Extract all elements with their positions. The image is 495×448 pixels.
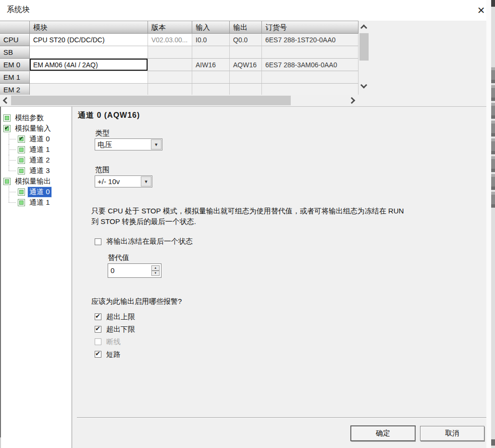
input-cell: AIW16 <box>192 59 230 71</box>
tree-connector <box>9 197 9 202</box>
divider-highlight <box>77 418 486 418</box>
substitute-value-spinner[interactable]: 0 ▲ ▼ <box>108 263 161 278</box>
tree-item-6[interactable]: ✔ 模拟量输出 <box>1 176 71 187</box>
tree-item-7[interactable]: ✔ 通道 0 <box>1 187 71 197</box>
channel-status-icon: ✔ <box>18 136 25 143</box>
order-cell <box>262 84 359 95</box>
module-cell[interactable]: EM AM06 (4AI / 2AQ) <box>30 59 148 71</box>
alarm-checkbox[interactable]: ✔ <box>95 313 101 320</box>
info-text: 只要 CPU 处于 STOP 模式，模拟量输出就可组态为使用替代值，或者可将输出… <box>91 206 457 227</box>
range-label: 范围 <box>95 165 110 174</box>
table-row-cpu: CPU CPU ST20 (DC/DC/DC) V02.03.00... I0.… <box>0 34 359 46</box>
alarm-label: 断线 <box>106 337 121 347</box>
module-cell[interactable] <box>30 84 148 95</box>
tree-item-label[interactable]: 模拟量输入 <box>13 124 52 134</box>
module-cell[interactable] <box>30 46 148 59</box>
tree-item-label[interactable]: 通道 2 <box>28 155 51 165</box>
cancel-button[interactable]: 取消 <box>420 426 484 441</box>
alarm-checkbox[interactable]: ✔ <box>95 326 101 333</box>
channel-status-icon: ✔ <box>3 114 11 122</box>
tree-item-label[interactable]: 模组参数 <box>13 113 45 123</box>
spin-down-icon[interactable]: ▼ <box>151 271 160 276</box>
background-scrollbar-strip <box>491 0 495 448</box>
table-row-sb: SB <box>0 46 359 59</box>
order-cell: 6ES7 288-1ST20-0AA0 <box>262 34 359 46</box>
ok-button[interactable]: 确定 <box>351 426 415 441</box>
alarm-list: ✔ 超出上限 ✔ 超出下限 ✔ 断线 ✔ 短路 <box>95 311 135 361</box>
range-dropdown[interactable]: +/- 10v ▼ <box>95 175 152 187</box>
tree-item-label[interactable]: 通道 3 <box>28 166 51 176</box>
title-bar: 系统块 <box>0 0 486 21</box>
order-cell <box>262 71 359 84</box>
tree-connector <box>9 187 9 197</box>
alarm-row: ✔ 短路 <box>95 348 135 361</box>
alarm-row: ✔ 超出下限 <box>95 323 135 336</box>
column-header-3: 输入 <box>192 21 230 34</box>
freeze-output-row: ✔ 将输出冻结在最后一个状态 <box>95 237 193 246</box>
type-dropdown[interactable]: 电压 ▼ <box>95 138 162 150</box>
version-cell <box>148 59 192 71</box>
output-cell <box>230 71 262 84</box>
channel-status-icon: ✔ <box>18 167 25 174</box>
alarm-question: 应该为此输出启用哪些报警? <box>91 297 182 306</box>
background-window-strip <box>486 0 491 448</box>
tree-item-8[interactable]: ✔ 通道 1 <box>1 197 71 208</box>
output-cell <box>230 46 262 59</box>
tree-item-label[interactable]: 通道 1 <box>28 198 51 208</box>
page-title: 通道 0 (AQW16) <box>78 111 140 121</box>
tree-item-label[interactable]: 通道 0 <box>28 187 51 197</box>
column-header-2: 版本 <box>148 21 192 34</box>
tree-connector <box>9 134 9 144</box>
input-cell <box>192 84 230 95</box>
tree-item-2[interactable]: ✔ 通道 0 <box>1 134 71 144</box>
substitute-value-label: 替代值 <box>108 253 129 262</box>
spin-up-icon[interactable]: ▲ <box>151 265 160 271</box>
vertical-scrollbar-thumb[interactable] <box>359 33 369 61</box>
row-header: EM 2 <box>0 84 30 95</box>
table-row-em-0: EM 0 EM AM06 (4AI / 2AQ) AIW16 AQW16 6ES… <box>0 59 359 71</box>
table-row-em-2: EM 2 <box>0 84 359 95</box>
module-cell[interactable]: CPU ST20 (DC/DC/DC) <box>30 34 148 46</box>
tree-item-label[interactable]: 模拟量输出 <box>13 176 52 187</box>
substitute-value: 0 <box>111 266 114 274</box>
tree-item-1[interactable]: ✔ 模拟量输入 <box>1 123 71 134</box>
tree-item-0[interactable]: ✔ 模组参数 <box>1 112 71 123</box>
column-header-5: 订货号 <box>262 21 359 34</box>
row-header: EM 0 <box>0 59 30 71</box>
input-cell <box>192 46 230 59</box>
table-corner-cell <box>0 21 30 34</box>
type-label: 类型 <box>95 129 110 138</box>
scroll-up-icon[interactable] <box>360 25 367 31</box>
scroll-down-icon[interactable] <box>360 82 367 88</box>
horizontal-scrollbar-thumb[interactable] <box>11 96 291 105</box>
tree-connector <box>9 155 9 165</box>
order-cell: 6ES7 288-3AM06-0AA0 <box>262 59 359 71</box>
channel-status-icon: ✔ <box>3 125 11 132</box>
alarm-checkbox[interactable]: ✔ <box>95 351 101 358</box>
tree-item-4[interactable]: ✔ 通道 2 <box>1 155 71 165</box>
info-line2: 到 STOP 转换后的最后一个状态. <box>91 216 457 227</box>
row-header: SB <box>0 46 30 59</box>
column-header-1: 模块 <box>30 21 148 34</box>
version-cell <box>148 46 192 59</box>
channel-status-icon: ✔ <box>18 146 25 153</box>
output-cell <box>230 84 262 95</box>
version-cell: V02.03.00... <box>148 34 192 46</box>
alarm-label: 短路 <box>106 350 121 359</box>
tree-item-3[interactable]: ✔ 通道 1 <box>1 144 71 155</box>
navigation-tree: ✔ 模组参数 ✔ 模拟量输入 ✔ 通道 0 ✔ 通道 1 ✔ 通道 2 ✔ 通道… <box>1 109 71 208</box>
chevron-down-icon[interactable]: ▼ <box>141 176 151 187</box>
order-cell <box>262 46 359 59</box>
alarm-row: ✔ 超出上限 <box>95 311 135 323</box>
tree-item-label[interactable]: 通道 1 <box>28 145 51 155</box>
alarm-label: 超出上限 <box>106 312 135 322</box>
tree-item-label[interactable]: 通道 0 <box>28 134 51 144</box>
channel-status-icon: ✔ <box>3 178 11 185</box>
background-strip-mark <box>491 439 495 446</box>
freeze-output-checkbox[interactable]: ✔ <box>95 238 101 245</box>
chevron-down-icon[interactable]: ▼ <box>151 139 161 149</box>
alarm-checkbox[interactable]: ✔ <box>95 338 101 345</box>
channel-status-icon: ✔ <box>18 157 25 164</box>
tree-item-5[interactable]: ✔ 通道 3 <box>1 165 71 176</box>
module-cell[interactable] <box>30 71 148 84</box>
